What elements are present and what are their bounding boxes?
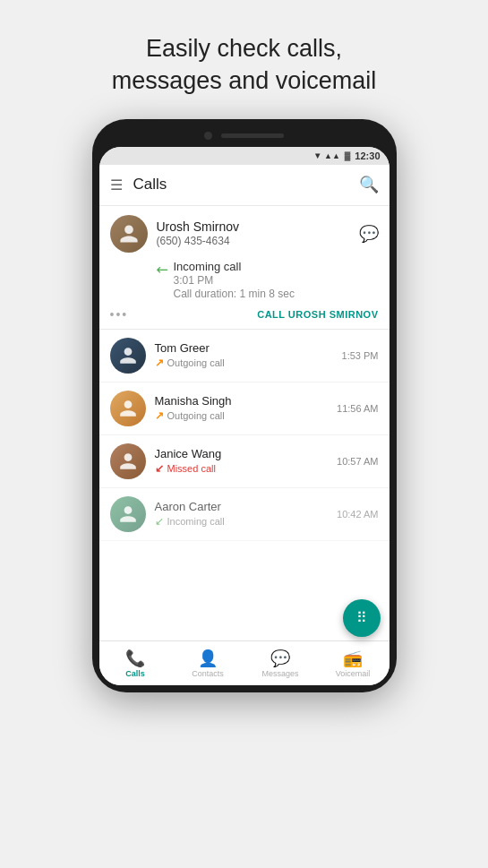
- status-time: 12:30: [355, 150, 380, 161]
- fab-button[interactable]: ⠿: [343, 599, 381, 637]
- call-item-info-janice: Janice Wang ↙ Missed call: [155, 447, 329, 475]
- avatar-tom: [110, 338, 146, 374]
- headline-line1: Easily check calls,: [146, 35, 342, 62]
- contacts-nav-icon: 👤: [198, 649, 218, 668]
- call-time-manisha: 11:56 AM: [337, 403, 378, 414]
- missed-arrow-icon-janice: ↙: [155, 462, 164, 475]
- nav-item-voicemail[interactable]: 📻 Voicemail: [317, 649, 390, 678]
- expanded-call-details: Incoming call 3:01 PM Call duration: 1 m…: [174, 260, 295, 300]
- call-item-type-manisha: ↗ Outgoing call: [155, 409, 329, 422]
- expanded-call-duration: Call duration: 1 min 8 sec: [174, 288, 295, 300]
- call-item-manisha[interactable]: Manisha Singh ↗ Outgoing call 11:56 AM: [99, 382, 390, 435]
- call-item-name-manisha: Manisha Singh: [155, 394, 329, 408]
- calls-nav-icon: 📞: [125, 649, 145, 668]
- call-item-type-janice: ↙ Missed call: [155, 462, 329, 475]
- call-item-name-aaron: Aaron Carter: [155, 500, 329, 513]
- front-camera: [204, 132, 212, 140]
- avatar-aaron: [110, 496, 146, 532]
- avatar-manisha: [110, 391, 146, 426]
- signal-icon: ▲▲: [324, 151, 340, 160]
- outgoing-arrow-icon-tom: ↗: [155, 357, 164, 369]
- search-icon[interactable]: 🔍: [359, 175, 379, 194]
- more-options-icon[interactable]: •••: [110, 307, 129, 322]
- contacts-nav-label: Contacts: [192, 669, 224, 678]
- dialpad-icon: ⠿: [356, 609, 367, 626]
- call-item-info-manisha: Manisha Singh ↗ Outgoing call: [155, 394, 329, 422]
- nav-item-messages[interactable]: 💬 Messages: [244, 649, 317, 678]
- avatar-janice: [110, 443, 146, 479]
- bottom-nav: 📞 Calls 👤 Contacts 💬 Messages 📻 Voicemai…: [99, 640, 390, 685]
- call-action-button[interactable]: CALL UROSH SMIRNOV: [257, 309, 378, 320]
- app-title: Calls: [133, 176, 359, 193]
- wifi-icon: ▾: [315, 150, 320, 160]
- battery-icon: ▓: [345, 151, 351, 160]
- expanded-call-time: 3:01 PM: [174, 274, 295, 287]
- avatar-urosh: [110, 215, 148, 253]
- incoming-arrow-icon: ↙: [152, 259, 173, 279]
- app-bar: ☰ Calls 🔍: [99, 165, 390, 206]
- headline: Easily check calls, messages and voicema…: [76, 0, 413, 119]
- call-item-tom[interactable]: Tom Greer ↗ Outgoing call 1:53 PM: [99, 330, 390, 382]
- phone-device: ▾ ▲▲ ▓ 12:30 ☰ Calls 🔍 Urosh Smirnov: [92, 119, 397, 692]
- speaker-grille: [221, 133, 284, 138]
- calls-nav-label: Calls: [125, 669, 145, 678]
- expanded-call-item[interactable]: Urosh Smirnov (650) 435-4634 💬 ↙ Incomin…: [99, 206, 390, 330]
- voicemail-nav-icon: 📻: [343, 649, 363, 668]
- call-time-aaron: 10:42 AM: [337, 509, 378, 520]
- expanded-call-name-phone: Urosh Smirnov (650) 435-4634: [157, 219, 350, 247]
- nav-item-contacts[interactable]: 👤 Contacts: [172, 649, 244, 678]
- outgoing-arrow-icon-manisha: ↗: [155, 409, 164, 422]
- expanded-call-name: Urosh Smirnov: [157, 219, 350, 234]
- messages-nav-label: Messages: [261, 669, 298, 678]
- expanded-call-phone: (650) 435-4634: [157, 235, 350, 247]
- incoming-arrow-icon-aaron: ↙: [155, 515, 164, 528]
- voicemail-nav-label: Voicemail: [336, 669, 371, 678]
- screen-content: Urosh Smirnov (650) 435-4634 💬 ↙ Incomin…: [99, 206, 390, 685]
- call-list: Tom Greer ↗ Outgoing call 1:53 PM Manis: [99, 330, 390, 640]
- call-item-info-aaron: Aaron Carter ↙ Incoming call: [155, 500, 329, 528]
- headline-line2: messages and voicemail: [112, 67, 377, 94]
- messages-nav-icon: 💬: [270, 649, 290, 668]
- call-item-type-tom: ↗ Outgoing call: [155, 357, 333, 369]
- phone-screen: ▾ ▲▲ ▓ 12:30 ☰ Calls 🔍 Urosh Smirnov: [99, 147, 390, 685]
- call-item-aaron[interactable]: Aaron Carter ↙ Incoming call 10:42 AM: [99, 488, 390, 541]
- call-item-janice[interactable]: Janice Wang ↙ Missed call 10:57 AM: [99, 435, 390, 488]
- expanded-call-type: Incoming call: [174, 260, 295, 273]
- call-time-tom: 1:53 PM: [342, 350, 379, 361]
- menu-icon[interactable]: ☰: [110, 176, 123, 193]
- call-item-name-tom: Tom Greer: [155, 341, 333, 355]
- call-item-type-aaron: ↙ Incoming call: [155, 515, 329, 528]
- expanded-call-actions: ••• CALL UROSH SMIRNOV: [99, 305, 390, 329]
- nav-item-calls[interactable]: 📞 Calls: [99, 649, 172, 678]
- call-item-name-janice: Janice Wang: [155, 447, 329, 460]
- call-item-info-tom: Tom Greer ↗ Outgoing call: [155, 341, 333, 369]
- message-icon[interactable]: 💬: [359, 224, 379, 244]
- status-bar: ▾ ▲▲ ▓ 12:30: [99, 147, 390, 165]
- call-time-janice: 10:57 AM: [337, 456, 378, 467]
